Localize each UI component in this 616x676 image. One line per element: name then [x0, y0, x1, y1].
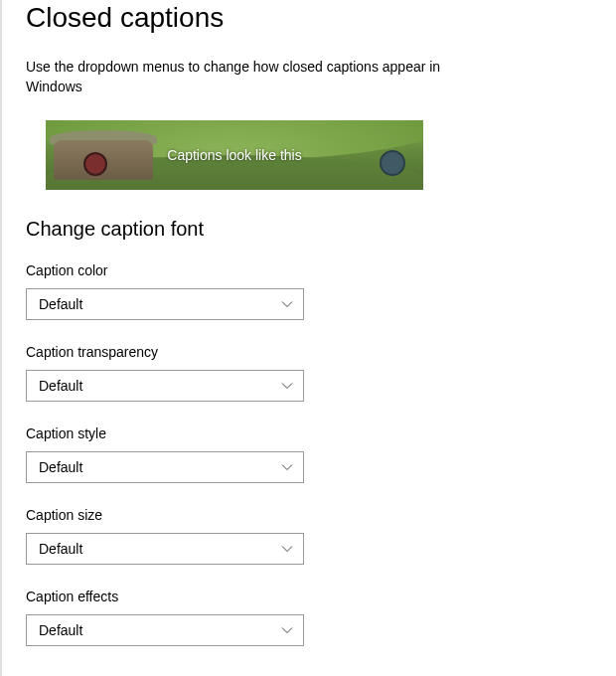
- caption-preview-area: Captions look like this: [26, 120, 592, 190]
- chevron-down-icon: [281, 624, 293, 636]
- field-caption-effects: Caption effects Default: [26, 589, 592, 646]
- dropdown-caption-size[interactable]: Default: [26, 533, 304, 565]
- page-title: Closed captions: [26, 2, 592, 34]
- chevron-down-icon: [281, 461, 293, 473]
- settings-description: Use the dropdown menus to change how clo…: [26, 58, 463, 96]
- dropdown-caption-transparency[interactable]: Default: [26, 370, 304, 402]
- dropdown-value: Default: [39, 296, 82, 312]
- dropdown-value: Default: [39, 378, 82, 394]
- chevron-down-icon: [281, 298, 293, 310]
- dropdown-caption-color[interactable]: Default: [26, 288, 304, 320]
- label-caption-transparency: Caption transparency: [26, 344, 592, 360]
- dropdown-caption-style[interactable]: Default: [26, 451, 304, 483]
- label-caption-size: Caption size: [26, 507, 592, 523]
- field-caption-size: Caption size Default: [26, 507, 592, 565]
- field-caption-style: Caption style Default: [26, 425, 592, 483]
- dropdown-caption-effects[interactable]: Default: [26, 614, 304, 646]
- dropdown-value: Default: [39, 541, 82, 557]
- label-caption-effects: Caption effects: [26, 589, 592, 604]
- field-caption-color: Caption color Default: [26, 262, 592, 320]
- chevron-down-icon: [281, 543, 293, 555]
- section-title: Change caption font: [26, 218, 592, 241]
- dropdown-value: Default: [39, 622, 82, 638]
- label-caption-style: Caption style: [26, 425, 592, 441]
- caption-preview-text: Captions look like this: [46, 120, 423, 190]
- caption-preview-image: Captions look like this: [46, 120, 423, 190]
- dropdown-value: Default: [39, 459, 82, 475]
- chevron-down-icon: [281, 380, 293, 392]
- field-caption-transparency: Caption transparency Default: [26, 344, 592, 402]
- label-caption-color: Caption color: [26, 262, 592, 278]
